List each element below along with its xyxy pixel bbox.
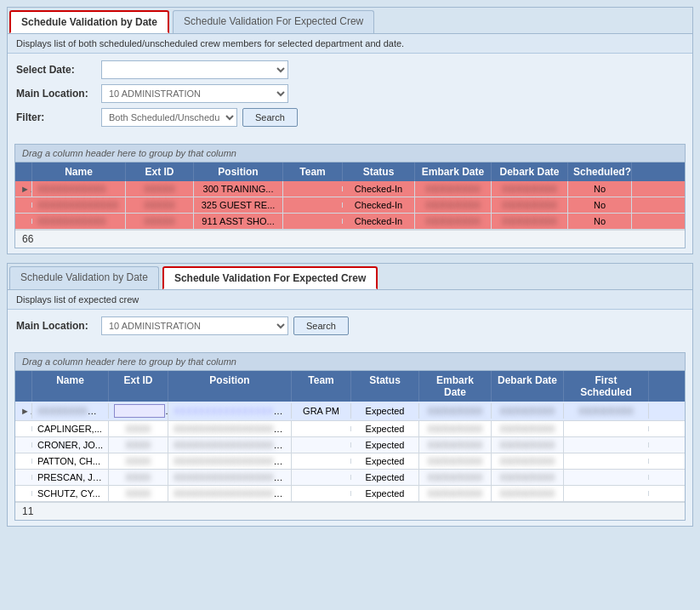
filter-dropdown[interactable]: Both Scheduled/Unscheduled (101, 108, 237, 127)
bottom-row4-extid: XXXX (109, 453, 168, 469)
bottom-panel-description: Displays list of expected crew (8, 290, 692, 310)
top-row1-extid: XXXXX (126, 181, 194, 197)
bottom-row1-name: XXXXXXXXXXXX (32, 403, 109, 419)
top-col-embark-header[interactable]: Embark Date (415, 162, 492, 181)
select-date-row: Select Date: (16, 60, 684, 79)
top-col-extid-header[interactable]: Ext ID (126, 162, 194, 181)
top-search-button[interactable]: Search (242, 108, 298, 127)
bottom-row5-position: XXXXXXXXXXXXXXXXXX (168, 470, 292, 485)
bottom-row3-position: XXXXXXXXXXXXXXXXXX (168, 437, 292, 453)
top-grid-header: Name Ext ID Position Team Status Embark … (15, 162, 685, 181)
main-location-row: Main Location: 10 ADMINISTRATION (16, 84, 684, 103)
table-row: SCHUTZ, CY... XXXX XXXXXXXXXXXXXXXXXX Ex… (15, 486, 685, 502)
bottom-row2-firstsched (564, 426, 649, 431)
bottom-row6-firstsched (564, 491, 649, 496)
bottom-row1-position: XXXXXXXXXXXXXXXXXX (168, 403, 292, 419)
bottom-row2-embark: XX/XX/XXXX (419, 421, 492, 436)
bottom-main-location-dropdown[interactable]: 10 ADMINISTRATION (101, 316, 288, 335)
bottom-panel: Schedule Validation by Date Schedule Val… (7, 263, 693, 527)
top-row2-position: 325 GUEST RE... (194, 197, 283, 213)
bottom-row5-debark: XX/XX/XXXX (492, 470, 564, 485)
bottom-form-area: Main Location: 10 ADMINISTRATION Search (8, 310, 692, 347)
top-row3-team (283, 219, 343, 224)
bottom-grid: Drag a column header here to group by th… (14, 352, 686, 521)
bottom-col-position-header[interactable]: Position (168, 371, 292, 402)
table-row: PRESCAN, JE... XXXX XXXXXXXXXXXXXXXXXX E… (15, 470, 685, 486)
expand-icon[interactable] (15, 202, 32, 208)
top-form-area: Select Date: Main Location: 10 ADMINISTR… (8, 54, 692, 139)
bottom-row6-team (292, 491, 351, 496)
bottom-row1-extid-input[interactable] (114, 404, 165, 418)
expand-icon[interactable]: ► (15, 403, 32, 419)
top-row1-team (283, 186, 343, 191)
bottom-row6-embark: XX/XX/XXXX (419, 486, 492, 501)
bottom-col-expand-header (15, 371, 32, 402)
top-row2-status: Checked-In (343, 197, 415, 213)
select-date-dropdown[interactable] (101, 60, 288, 79)
top-row2-name: XXXXXXXXXXXXX (32, 197, 126, 213)
bottom-row3-status: Expected (351, 437, 419, 453)
bottom-col-status-header[interactable]: Status (351, 371, 419, 402)
bottom-grid-drag-header: Drag a column header here to group by th… (15, 353, 685, 371)
bottom-row1-extid[interactable] (109, 402, 168, 420)
top-row3-scheduled: No (568, 214, 632, 229)
bottom-tab2[interactable]: Schedule Validation For Expected Crew (162, 266, 378, 289)
bottom-row1-team: GRA PM (292, 403, 351, 419)
top-col-status-header[interactable]: Status (343, 162, 415, 181)
bottom-row2-extid: XXXX (109, 421, 168, 436)
top-col-debark-header[interactable]: Debark Date (492, 162, 568, 181)
top-row3-embark: XX/XX/XXXX (415, 214, 492, 229)
top-row1-position: 300 TRAINING... (194, 181, 283, 197)
top-row2-extid: XXXXX (126, 197, 194, 213)
bottom-row5-firstsched (564, 475, 649, 480)
filter-row: Filter: Both Scheduled/Unscheduled Searc… (16, 108, 684, 127)
expand-icon[interactable] (15, 475, 32, 480)
bottom-row6-name: SCHUTZ, CY... (32, 486, 109, 501)
bottom-row2-position: XXXXXXXXXXXXXXXXXX (168, 421, 292, 436)
expand-icon[interactable] (15, 459, 32, 464)
table-row: CRONER, JO... XXXX XXXXXXXXXXXXXXXXXX Ex… (15, 437, 685, 453)
top-row1-debark: XX/XX/XXXX (492, 181, 568, 197)
top-col-position-header[interactable]: Position (194, 162, 283, 181)
bottom-col-debark-header[interactable]: Debark Date (492, 371, 564, 402)
bottom-col-embark-header[interactable]: Embark Date (419, 371, 492, 402)
top-row3-name: XXXXXXXXXXX (32, 214, 126, 229)
table-row: CAPLINGER,... XXXX XXXXXXXXXXXXXXXXXX Ex… (15, 421, 685, 437)
bottom-col-extid-header[interactable]: Ext ID (109, 371, 168, 402)
bottom-search-button[interactable]: Search (293, 316, 349, 335)
filter-label: Filter: (16, 111, 101, 123)
top-grid-count: 66 (22, 233, 33, 245)
bottom-row2-status: Expected (351, 421, 419, 436)
bottom-row5-team (292, 475, 351, 480)
top-tab1[interactable]: Schedule Validation by Date (9, 10, 169, 33)
bottom-row2-name: CAPLINGER,... (32, 421, 109, 436)
expand-icon[interactable]: ► (15, 181, 32, 197)
expand-icon[interactable] (15, 491, 32, 496)
bottom-row3-embark: XX/XX/XXXX (419, 437, 492, 453)
top-col-team-header[interactable]: Team (283, 162, 343, 181)
main-location-label: Main Location: (16, 88, 101, 100)
expand-icon[interactable] (15, 442, 32, 448)
bottom-col-firstsched-header[interactable]: First Scheduled (564, 371, 649, 402)
bottom-row4-embark: XX/XX/XXXX (419, 453, 492, 469)
top-col-scheduled-header[interactable]: Scheduled? (568, 162, 632, 181)
top-col-name-header[interactable]: Name (32, 162, 126, 181)
bottom-main-location-label: Main Location: (16, 320, 101, 332)
top-row1-name: XXXXXXXXXXX (32, 181, 126, 197)
select-date-label: Select Date: (16, 64, 101, 76)
bottom-col-name-header[interactable]: Name (32, 371, 109, 402)
bottom-row5-status: Expected (351, 470, 419, 485)
bottom-row4-firstsched (564, 459, 649, 464)
bottom-col-team-header[interactable]: Team (292, 371, 351, 402)
bottom-tab1[interactable]: Schedule Validation by Date (9, 266, 159, 289)
bottom-row5-extid: XXXX (109, 470, 168, 485)
bottom-row3-name: CRONER, JO... (32, 437, 109, 453)
top-tab2[interactable]: Schedule Validation For Expected Crew (173, 10, 374, 33)
bottom-row1-firstsched: XX/XX/XXXX (564, 403, 649, 419)
expand-icon[interactable] (15, 219, 32, 224)
top-row1-scheduled: No (568, 181, 632, 197)
expand-icon[interactable] (15, 426, 32, 431)
main-location-dropdown[interactable]: 10 ADMINISTRATION (101, 84, 288, 103)
top-row3-position: 911 ASST SHO... (194, 214, 283, 229)
bottom-row3-firstsched (564, 442, 649, 448)
